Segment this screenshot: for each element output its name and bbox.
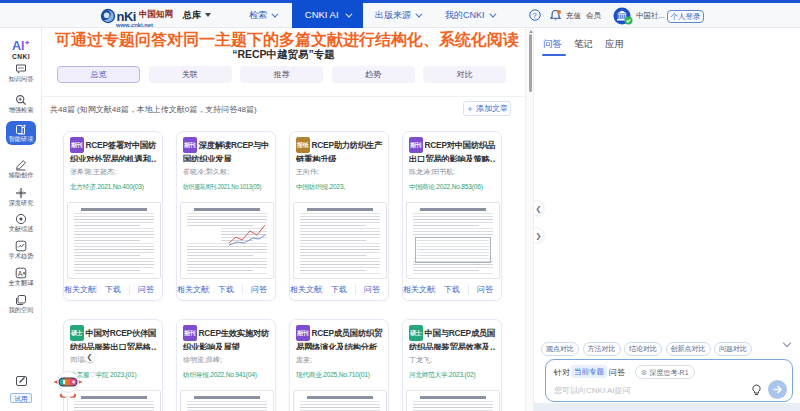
svg-text:中国知网: 中国知网 [139, 9, 173, 19]
svg-text:A: A [18, 270, 23, 277]
svg-text:?: ? [533, 11, 537, 20]
svg-text:www.cnki.net: www.cnki.net [115, 22, 153, 28]
